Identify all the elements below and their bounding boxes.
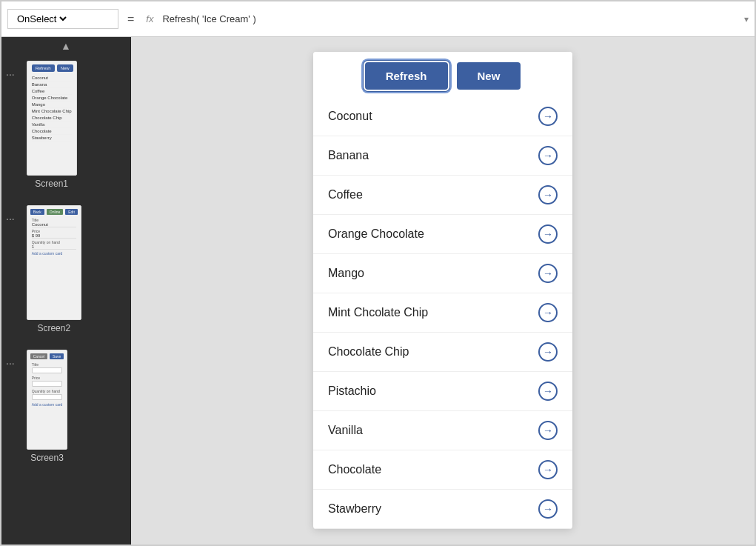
screen2-row: ··· Back Online Edit Title Coconut Price… xyxy=(1,199,130,344)
main-layout: ▲ ··· Refresh New Coconut Banana Coffee … xyxy=(1,37,755,546)
list-item[interactable]: Chocolate → xyxy=(313,450,572,490)
ice-cream-list: Coconut → Banana → Coffee → Orange Choco… xyxy=(313,97,572,529)
item-name: Orange Chocolate xyxy=(328,227,424,241)
screen2-thumbnail: Back Online Edit Title Coconut Price $ 9… xyxy=(27,205,81,320)
arrow-icon: → xyxy=(538,460,558,479)
list-item[interactable]: Vanilla → xyxy=(313,411,572,450)
list-item[interactable]: Orange Chocolate → xyxy=(313,215,572,254)
arrow-icon: → xyxy=(538,146,558,165)
screen1-dots[interactable]: ··· xyxy=(1,62,19,86)
item-name: Vanilla xyxy=(328,424,363,437)
list-item[interactable]: Pistachio → xyxy=(313,372,572,411)
content-area: Refresh New Coconut → Banana → Coffee → xyxy=(131,37,755,546)
arrow-icon: → xyxy=(538,185,558,204)
arrow-icon: → xyxy=(538,382,558,401)
arrow-icon: → xyxy=(538,421,558,440)
screen3-item[interactable]: Cancel Save Title Price Quantity on hand… xyxy=(19,344,76,473)
screen3-label: Screen3 xyxy=(27,453,68,467)
item-name: Stawberry xyxy=(328,502,381,516)
list-item[interactable]: Coconut → xyxy=(313,97,572,136)
refresh-button[interactable]: Refresh xyxy=(365,62,448,90)
screen2-dots[interactable]: ··· xyxy=(1,207,19,230)
item-name: Mango xyxy=(328,267,364,280)
list-item[interactable]: Mint Chcolate Chip → xyxy=(313,293,572,333)
screen1-item[interactable]: Refresh New Coconut Banana Coffee Orange… xyxy=(19,55,84,199)
screen3-row: ··· Cancel Save Title Price Quantity on … xyxy=(1,344,130,473)
list-item[interactable]: Chocolate Chip → xyxy=(313,333,572,372)
item-name: Chocolate xyxy=(328,463,381,476)
screen3-dots[interactable]: ··· xyxy=(1,351,19,375)
scroll-up-button[interactable]: ▲ xyxy=(1,37,130,55)
thumb1-list: Coconut Banana Coffee Orange Chocolate M… xyxy=(27,73,76,143)
thumb2-edit-btn: Edit xyxy=(65,209,78,215)
item-name: Coconut xyxy=(328,110,372,123)
screen1-row: ··· Refresh New Coconut Banana Coffee Or… xyxy=(1,55,130,199)
list-item[interactable]: Coffee → xyxy=(313,176,572,215)
app-frame: Refresh New Coconut → Banana → Coffee → xyxy=(313,52,572,529)
thumb2-back-btn: Back xyxy=(30,209,44,215)
new-button[interactable]: New xyxy=(457,62,521,90)
thumb2-content: Title Coconut Price $ 99 Quantity on han… xyxy=(27,216,81,257)
app-header: Refresh New xyxy=(313,52,572,97)
item-name: Mint Chcolate Chip xyxy=(328,306,428,319)
scroll-up-icon: ▲ xyxy=(61,40,71,52)
screen1-thumbnail: Refresh New Coconut Banana Coffee Orange… xyxy=(27,61,77,176)
thumb3-cancel-btn: Cancel xyxy=(30,353,48,359)
item-name: Coffee xyxy=(328,188,363,202)
list-item[interactable]: Mango → xyxy=(313,254,572,293)
formula-chevron-icon[interactable]: ▾ xyxy=(744,14,749,24)
screen3-thumbnail: Cancel Save Title Price Quantity on hand… xyxy=(27,350,68,450)
list-item[interactable]: Banana → xyxy=(313,136,572,176)
item-name: Banana xyxy=(328,149,369,162)
arrow-icon: → xyxy=(538,107,558,126)
list-item[interactable]: Stawberry → xyxy=(313,490,572,529)
item-name: Pistachio xyxy=(328,384,376,398)
screen2-item[interactable]: Back Online Edit Title Coconut Price $ 9… xyxy=(19,199,89,344)
arrow-icon: → xyxy=(538,499,558,519)
equals-sign: = xyxy=(124,13,137,26)
thumb3-save-btn: Save xyxy=(50,353,64,359)
screen2-label: Screen2 xyxy=(27,323,81,338)
thumb2-online-btn: Online xyxy=(47,209,63,215)
arrow-icon: → xyxy=(538,303,558,322)
thumb1-refresh-btn: Refresh xyxy=(32,64,55,72)
thumb3-form: Title Price Quantity on hand Add a custo… xyxy=(27,361,67,408)
property-selector[interactable]: OnSelect xyxy=(7,9,118,29)
arrow-icon: → xyxy=(538,342,558,362)
screen1-label: Screen1 xyxy=(27,179,77,193)
arrow-icon: → xyxy=(538,224,558,244)
fx-label: fx xyxy=(143,13,156,24)
thumb1-new-btn: New xyxy=(57,64,73,72)
property-dropdown[interactable]: OnSelect xyxy=(14,13,69,25)
formula-bar: OnSelect = fx ▾ xyxy=(1,1,755,37)
sidebar: ▲ ··· Refresh New Coconut Banana Coffee … xyxy=(1,37,131,546)
arrow-icon: → xyxy=(538,264,558,283)
formula-input[interactable] xyxy=(162,13,738,24)
item-name: Chocolate Chip xyxy=(328,345,409,359)
